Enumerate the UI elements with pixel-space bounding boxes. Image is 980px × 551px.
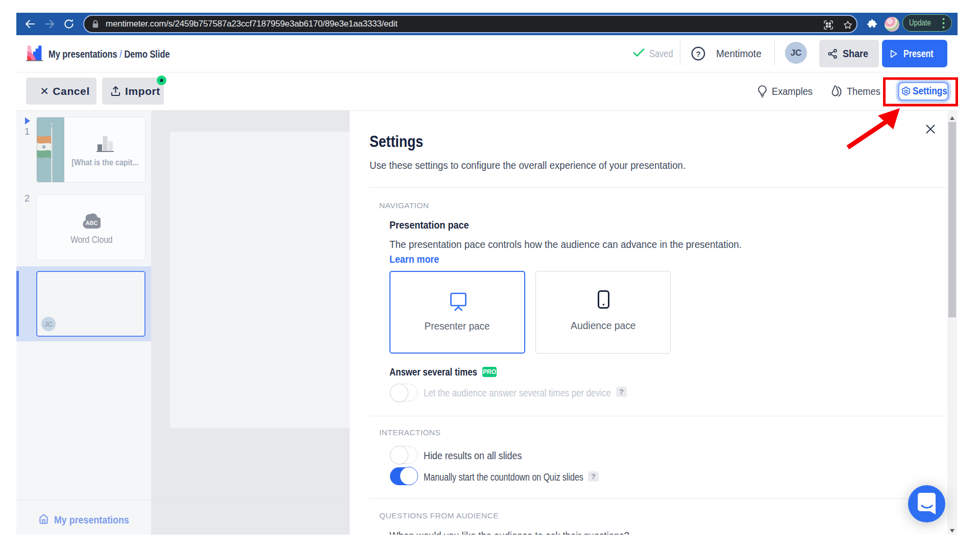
svg-text:ABC: ABC — [86, 220, 98, 226]
svg-text:?: ? — [696, 49, 700, 58]
